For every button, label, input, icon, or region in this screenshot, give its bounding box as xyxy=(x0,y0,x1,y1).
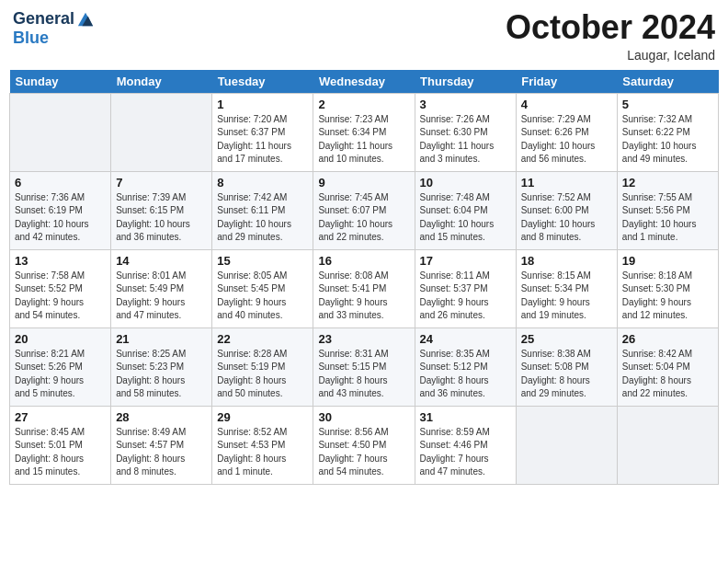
day-number: 2 xyxy=(318,98,409,111)
weekday-header-monday: Monday xyxy=(111,70,212,94)
calendar-cell: 25Sunrise: 8:38 AM Sunset: 5:08 PM Dayli… xyxy=(516,327,617,406)
day-info: Sunrise: 8:42 AM Sunset: 5:04 PM Dayligh… xyxy=(622,348,713,401)
location-subtitle: Laugar, Iceland xyxy=(506,48,715,63)
day-number: 12 xyxy=(622,176,713,190)
calendar-cell: 12Sunrise: 7:55 AM Sunset: 5:56 PM Dayli… xyxy=(617,171,718,249)
day-number: 6 xyxy=(15,176,106,190)
day-info: Sunrise: 8:08 AM Sunset: 5:41 PM Dayligh… xyxy=(318,270,409,323)
calendar-cell: 24Sunrise: 8:35 AM Sunset: 5:12 PM Dayli… xyxy=(415,327,516,406)
calendar-cell: 21Sunrise: 8:25 AM Sunset: 5:23 PM Dayli… xyxy=(111,327,212,406)
month-title: October 2024 xyxy=(506,9,715,46)
day-number: 9 xyxy=(318,176,409,190)
calendar-cell: 3Sunrise: 7:26 AM Sunset: 6:30 PM Daylig… xyxy=(415,93,516,171)
day-info: Sunrise: 7:52 AM Sunset: 6:00 PM Dayligh… xyxy=(521,191,612,245)
day-info: Sunrise: 8:38 AM Sunset: 5:08 PM Dayligh… xyxy=(521,348,612,401)
day-info: Sunrise: 7:58 AM Sunset: 5:52 PM Dayligh… xyxy=(15,270,106,323)
calendar-cell xyxy=(516,406,617,484)
calendar-cell: 7Sunrise: 7:39 AM Sunset: 6:15 PM Daylig… xyxy=(111,171,212,249)
day-number: 25 xyxy=(521,332,612,346)
day-number: 3 xyxy=(420,98,511,111)
day-number: 27 xyxy=(15,410,106,424)
day-info: Sunrise: 7:55 AM Sunset: 5:56 PM Dayligh… xyxy=(622,191,713,245)
logo-general-text: General xyxy=(13,9,74,29)
day-number: 21 xyxy=(116,332,207,346)
day-number: 10 xyxy=(420,176,511,190)
day-number: 1 xyxy=(217,98,308,111)
day-info: Sunrise: 8:45 AM Sunset: 5:01 PM Dayligh… xyxy=(15,426,106,479)
weekday-header-row: SundayMondayTuesdayWednesdayThursdayFrid… xyxy=(10,70,719,94)
calendar-cell: 28Sunrise: 8:49 AM Sunset: 4:57 PM Dayli… xyxy=(111,406,212,484)
weekday-header-thursday: Thursday xyxy=(415,70,516,94)
day-info: Sunrise: 8:15 AM Sunset: 5:34 PM Dayligh… xyxy=(521,270,612,323)
day-number: 22 xyxy=(217,332,308,346)
day-info: Sunrise: 8:18 AM Sunset: 5:30 PM Dayligh… xyxy=(622,270,713,323)
day-number: 24 xyxy=(420,332,511,346)
logo: General Blue xyxy=(13,9,95,48)
weekday-header-saturday: Saturday xyxy=(617,70,718,94)
day-number: 11 xyxy=(521,176,612,190)
calendar-cell: 8Sunrise: 7:42 AM Sunset: 6:11 PM Daylig… xyxy=(212,171,313,249)
calendar-week-3: 13Sunrise: 7:58 AM Sunset: 5:52 PM Dayli… xyxy=(10,249,719,327)
day-number: 19 xyxy=(622,254,713,268)
day-info: Sunrise: 7:20 AM Sunset: 6:37 PM Dayligh… xyxy=(217,113,308,167)
calendar-week-4: 20Sunrise: 8:21 AM Sunset: 5:26 PM Dayli… xyxy=(10,327,719,406)
day-number: 16 xyxy=(318,254,409,268)
day-number: 26 xyxy=(622,332,713,346)
calendar-cell: 11Sunrise: 7:52 AM Sunset: 6:00 PM Dayli… xyxy=(516,171,617,249)
calendar-cell: 5Sunrise: 7:32 AM Sunset: 6:22 PM Daylig… xyxy=(617,93,718,171)
weekday-header-wednesday: Wednesday xyxy=(313,70,415,94)
day-number: 28 xyxy=(116,410,207,424)
weekday-header-tuesday: Tuesday xyxy=(212,70,313,94)
day-info: Sunrise: 7:39 AM Sunset: 6:15 PM Dayligh… xyxy=(116,191,207,245)
calendar-cell: 27Sunrise: 8:45 AM Sunset: 5:01 PM Dayli… xyxy=(10,406,111,484)
calendar-cell: 20Sunrise: 8:21 AM Sunset: 5:26 PM Dayli… xyxy=(10,327,111,406)
day-info: Sunrise: 7:36 AM Sunset: 6:19 PM Dayligh… xyxy=(15,191,106,245)
calendar-cell: 29Sunrise: 8:52 AM Sunset: 4:53 PM Dayli… xyxy=(212,406,313,484)
day-info: Sunrise: 8:05 AM Sunset: 5:45 PM Dayligh… xyxy=(217,270,308,323)
calendar-cell: 19Sunrise: 8:18 AM Sunset: 5:30 PM Dayli… xyxy=(617,249,718,327)
calendar-cell: 31Sunrise: 8:59 AM Sunset: 4:46 PM Dayli… xyxy=(415,406,516,484)
day-info: Sunrise: 8:31 AM Sunset: 5:15 PM Dayligh… xyxy=(318,348,409,401)
logo-blue-text: Blue xyxy=(13,29,95,48)
title-area: October 2024 Laugar, Iceland xyxy=(506,9,715,63)
calendar-cell xyxy=(10,93,111,171)
calendar-cell: 22Sunrise: 8:28 AM Sunset: 5:19 PM Dayli… xyxy=(212,327,313,406)
day-number: 30 xyxy=(318,410,409,424)
day-info: Sunrise: 8:21 AM Sunset: 5:26 PM Dayligh… xyxy=(15,348,106,401)
day-number: 15 xyxy=(217,254,308,268)
calendar-cell: 30Sunrise: 8:56 AM Sunset: 4:50 PM Dayli… xyxy=(313,406,415,484)
day-info: Sunrise: 8:35 AM Sunset: 5:12 PM Dayligh… xyxy=(420,348,511,401)
calendar-cell: 4Sunrise: 7:29 AM Sunset: 6:26 PM Daylig… xyxy=(516,93,617,171)
calendar-cell: 14Sunrise: 8:01 AM Sunset: 5:49 PM Dayli… xyxy=(111,249,212,327)
day-number: 4 xyxy=(521,98,612,111)
calendar-cell xyxy=(617,406,718,484)
day-number: 8 xyxy=(217,176,308,190)
day-info: Sunrise: 8:01 AM Sunset: 5:49 PM Dayligh… xyxy=(116,270,207,323)
day-number: 23 xyxy=(318,332,409,346)
calendar-week-1: 1Sunrise: 7:20 AM Sunset: 6:37 PM Daylig… xyxy=(10,93,719,171)
calendar-table: SundayMondayTuesdayWednesdayThursdayFrid… xyxy=(9,70,719,485)
day-number: 5 xyxy=(622,98,713,111)
day-number: 18 xyxy=(521,254,612,268)
day-info: Sunrise: 8:25 AM Sunset: 5:23 PM Dayligh… xyxy=(116,348,207,401)
day-info: Sunrise: 7:29 AM Sunset: 6:26 PM Dayligh… xyxy=(521,113,612,167)
day-number: 14 xyxy=(116,254,207,268)
calendar-cell: 9Sunrise: 7:45 AM Sunset: 6:07 PM Daylig… xyxy=(313,171,415,249)
day-info: Sunrise: 7:26 AM Sunset: 6:30 PM Dayligh… xyxy=(420,113,511,167)
page-header: General Blue October 2024 Laugar, Icelan… xyxy=(9,9,719,63)
day-number: 13 xyxy=(15,254,106,268)
calendar-cell: 23Sunrise: 8:31 AM Sunset: 5:15 PM Dayli… xyxy=(313,327,415,406)
calendar-cell: 13Sunrise: 7:58 AM Sunset: 5:52 PM Dayli… xyxy=(10,249,111,327)
calendar-cell: 17Sunrise: 8:11 AM Sunset: 5:37 PM Dayli… xyxy=(415,249,516,327)
day-info: Sunrise: 8:28 AM Sunset: 5:19 PM Dayligh… xyxy=(217,348,308,401)
day-info: Sunrise: 7:48 AM Sunset: 6:04 PM Dayligh… xyxy=(420,191,511,245)
calendar-cell: 1Sunrise: 7:20 AM Sunset: 6:37 PM Daylig… xyxy=(212,93,313,171)
day-number: 20 xyxy=(15,332,106,346)
calendar-week-2: 6Sunrise: 7:36 AM Sunset: 6:19 PM Daylig… xyxy=(10,171,719,249)
day-info: Sunrise: 8:59 AM Sunset: 4:46 PM Dayligh… xyxy=(420,426,511,479)
day-number: 17 xyxy=(420,254,511,268)
calendar-cell xyxy=(111,93,212,171)
calendar-cell: 10Sunrise: 7:48 AM Sunset: 6:04 PM Dayli… xyxy=(415,171,516,249)
weekday-header-friday: Friday xyxy=(516,70,617,94)
calendar-cell: 18Sunrise: 8:15 AM Sunset: 5:34 PM Dayli… xyxy=(516,249,617,327)
